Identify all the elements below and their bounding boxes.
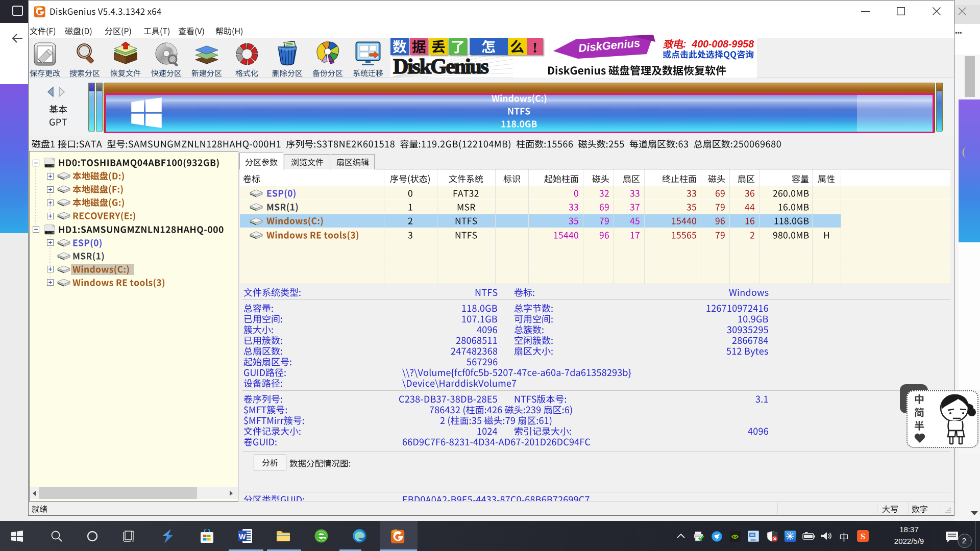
svg-text:intel: intel [750, 538, 756, 541]
svg-text:W: W [239, 533, 246, 541]
svg-text:S: S [861, 532, 865, 541]
